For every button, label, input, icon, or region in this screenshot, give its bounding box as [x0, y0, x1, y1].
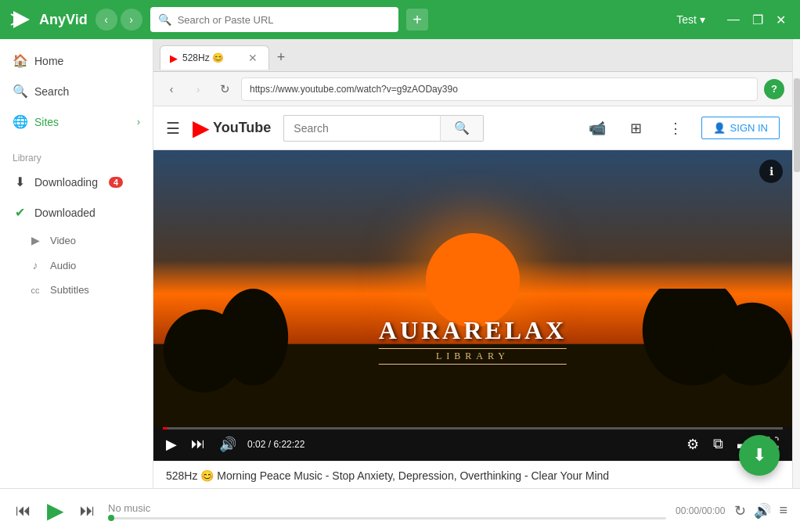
back-button[interactable]: ‹	[95, 9, 117, 31]
video-icon: ▶	[28, 234, 42, 246]
user-menu[interactable]: Test ▾	[676, 13, 705, 26]
user-name: Test	[676, 13, 697, 26]
sidebar-home-label: Home	[34, 55, 63, 67]
video-title-bar: 528Hz 😊 Morning Peace Music - Stop Anxie…	[153, 461, 792, 489]
sidebar-item-video[interactable]: ▶ Video	[0, 228, 153, 253]
player-play-button[interactable]: ▶	[44, 494, 67, 527]
sidebar: 🏠 Home 🔍 Search 🌐 Sites › Library ⬇ Down…	[0, 39, 153, 488]
sidebar-subtitles-label: Subtitles	[50, 284, 89, 296]
video-section: AURARELAX LIBRARY ℹ ▶ ⏭ 🔊 0:02	[153, 150, 792, 488]
player-no-music-label: No music	[108, 502, 666, 514]
youtube-search-button[interactable]: 🔍	[440, 115, 484, 142]
tab-title: 528Hz 😊	[182, 52, 242, 63]
sidebar-video-label: Video	[50, 235, 76, 246]
player-next-button[interactable]: ⏭	[77, 498, 99, 523]
browser-back-button[interactable]: ‹	[161, 79, 182, 99]
search-icon: 🔍	[13, 84, 27, 99]
url-search-input[interactable]	[178, 14, 391, 26]
browser-forward-button[interactable]: ›	[188, 79, 208, 99]
chevron-down-icon: ▾	[700, 13, 705, 26]
sidebar-item-downloaded[interactable]: ✔ Downloaded	[0, 197, 153, 228]
video-volume-button[interactable]: 🔊	[216, 434, 240, 455]
titlebar: AnyVid ‹ › 🔍 + Test ▾ — ❐ ✕	[0, 0, 800, 39]
video-background: AURARELAX LIBRARY ℹ	[153, 150, 792, 427]
player-repeat-button[interactable]: ↻	[734, 502, 746, 519]
chevron-right-icon: ›	[137, 117, 140, 128]
video-miniplayer-button[interactable]: ⧉	[710, 434, 726, 454]
youtube-logo[interactable]: ▶ YouTube	[193, 115, 271, 141]
youtube-sign-in-label: SIGN IN	[730, 122, 768, 134]
new-tab-button[interactable]: +	[406, 9, 428, 31]
help-button[interactable]: ?	[764, 79, 784, 99]
player-queue-button[interactable]: ≡	[779, 502, 787, 519]
video-time-display: 0:02 / 6:22:22	[247, 439, 305, 450]
sidebar-item-sites[interactable]: 🌐 Sites ›	[0, 106, 153, 137]
nav-buttons: ‹ ›	[95, 9, 142, 31]
video-progress-bar[interactable]	[163, 427, 783, 430]
downloaded-icon: ✔	[13, 205, 27, 220]
tab-close-button[interactable]: ✕	[247, 51, 259, 65]
browser-tabs: ▶ 528Hz 😊 ✕ +	[153, 39, 792, 72]
sidebar-item-search[interactable]: 🔍 Search	[0, 76, 153, 106]
svg-point-5	[712, 302, 792, 385]
app-name: AnyVid	[39, 12, 88, 28]
sidebar-item-audio[interactable]: ♪ Audio	[0, 253, 153, 278]
sidebar-item-home[interactable]: 🏠 Home	[0, 45, 153, 76]
brand-title: AURARELAX	[379, 316, 567, 345]
sidebar-sites-label: Sites	[34, 116, 59, 128]
browser-refresh-button[interactable]: ↻	[214, 79, 235, 99]
player-right-controls: ↻ 🔊 ≡	[734, 502, 787, 519]
address-bar: ‹ › ↻ ?	[153, 72, 792, 106]
video-progress-fill	[163, 427, 168, 430]
browser-tab-active[interactable]: ▶ 528Hz 😊 ✕	[160, 45, 269, 70]
brand-subtitle: LIBRARY	[379, 348, 567, 365]
downloading-icon: ⬇	[13, 174, 27, 189]
download-icon: ⬇	[752, 445, 766, 466]
minimize-button[interactable]: —	[723, 9, 744, 31]
audio-icon: ♪	[28, 259, 42, 271]
right-scrollbar[interactable]	[792, 39, 800, 488]
video-settings-button[interactable]: ⚙	[683, 434, 702, 455]
youtube-search-input[interactable]	[283, 115, 440, 142]
youtube-grid-icon[interactable]: ⊞	[623, 115, 650, 142]
video-controls-area: ▶ ⏭ 🔊 0:02 / 6:22:22 ⚙ ⧉ ▬ ⛶	[153, 427, 792, 461]
youtube-sign-in-button[interactable]: 👤 SIGN IN	[701, 117, 780, 139]
forward-button[interactable]: ›	[121, 9, 142, 31]
video-total-time: 6:22:22	[273, 439, 305, 450]
sidebar-downloaded-label: Downloaded	[34, 207, 95, 219]
youtube-more-icon[interactable]: ⋮	[662, 115, 689, 142]
player-bar: ⏮ ▶ ⏭ No music 00:00/00:00 ↻ 🔊 ≡	[0, 488, 800, 532]
scrollbar-thumb	[794, 78, 800, 172]
close-button[interactable]: ✕	[771, 9, 791, 31]
youtube-menu-icon[interactable]: ☰	[166, 119, 180, 138]
video-thumbnail: AURARELAX LIBRARY ℹ	[153, 150, 792, 427]
app-logo-icon	[9, 8, 33, 31]
sidebar-item-subtitles[interactable]: cc Subtitles	[0, 278, 153, 302]
new-browser-tab-button[interactable]: +	[271, 48, 291, 68]
player-track[interactable]	[108, 517, 666, 519]
downloading-badge: 4	[109, 177, 123, 188]
video-next-button[interactable]: ⏭	[188, 434, 208, 454]
subtitles-icon: cc	[28, 286, 42, 295]
youtube-logo-text: YouTube	[213, 120, 271, 136]
sidebar-search-label: Search	[34, 85, 69, 98]
sidebar-audio-label: Audio	[50, 260, 76, 271]
player-time-display: 00:00/00:00	[676, 505, 725, 516]
url-search-bar: 🔍	[150, 7, 398, 32]
tab-favicon: ▶	[170, 52, 178, 64]
sites-icon: 🌐	[13, 114, 27, 129]
sidebar-nav: 🏠 Home 🔍 Search 🌐 Sites ›	[0, 39, 153, 143]
video-controls-row: ▶ ⏭ 🔊 0:02 / 6:22:22 ⚙ ⧉ ▬ ⛶	[163, 434, 783, 455]
player-volume-button[interactable]: 🔊	[754, 502, 771, 519]
video-play-button[interactable]: ▶	[163, 434, 180, 455]
search-icon: 🔍	[158, 13, 171, 26]
youtube-video-camera-icon[interactable]: 📹	[584, 115, 611, 142]
main-layout: 🏠 Home 🔍 Search 🌐 Sites › Library ⬇ Down…	[0, 39, 800, 488]
address-input[interactable]	[241, 77, 758, 101]
download-fab-button[interactable]: ⬇	[739, 435, 780, 476]
player-prev-button[interactable]: ⏮	[13, 498, 34, 523]
home-icon: 🏠	[13, 53, 27, 68]
video-info-button[interactable]: ℹ	[759, 160, 783, 183]
maximize-button[interactable]: ❐	[748, 9, 768, 31]
sidebar-item-downloading[interactable]: ⬇ Downloading 4	[0, 167, 153, 197]
